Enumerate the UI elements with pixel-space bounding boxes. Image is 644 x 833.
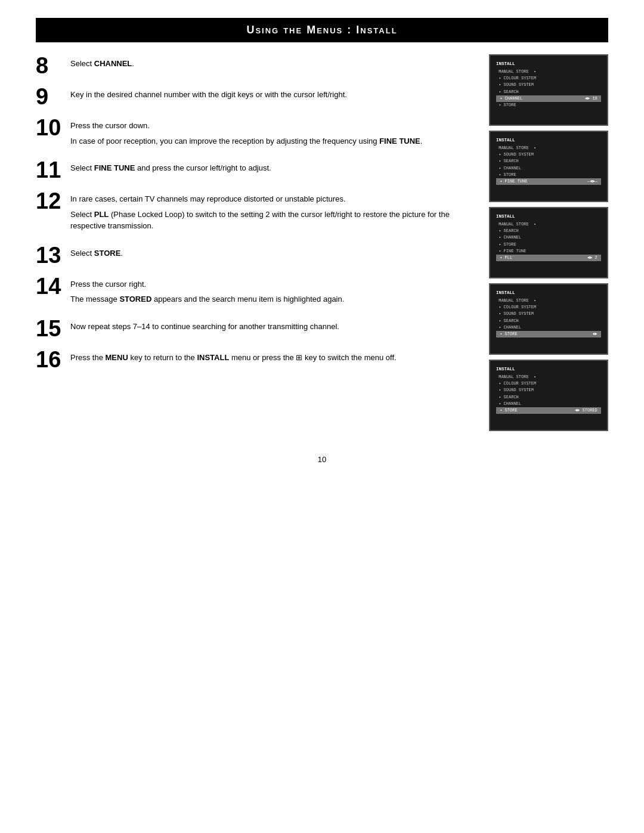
screen1-channel-highlight: • CHANNEL ◄► 18 bbox=[496, 95, 601, 102]
step-content-13: Select STORE. bbox=[70, 244, 471, 263]
tv-screen-2: INSTALL MANUAL STORE • • SOUND SYSTEM • … bbox=[489, 131, 608, 202]
step-number-14: 14 bbox=[36, 275, 66, 298]
step-content-8: Select CHANNEL. bbox=[70, 54, 471, 73]
step-content-16: Press the MENU key to return to the INST… bbox=[70, 348, 471, 367]
screen4-store-highlight: • STORE ◄► bbox=[496, 331, 601, 337]
step-number-13: 13 bbox=[36, 244, 66, 267]
step-14: 14 Press the cursor right. The message S… bbox=[36, 275, 471, 309]
tv-screen-5: INSTALL MANUAL STORE • • COLOUR SYSTEM •… bbox=[489, 360, 608, 431]
content-area: 8 Select CHANNEL. 9 Key in the desired c… bbox=[36, 54, 608, 431]
step-number-8: 8 bbox=[36, 54, 66, 77]
step-content-10: Press the cursor down. In case of poor r… bbox=[70, 116, 471, 150]
step-number-10: 10 bbox=[36, 116, 66, 139]
step-number-11: 11 bbox=[36, 159, 66, 181]
screen3-pll-highlight: • PLL ◄► 2 bbox=[496, 255, 601, 261]
step-content-15: Now repeat steps 7–14 to continue search… bbox=[70, 317, 471, 336]
page-number: 10 bbox=[36, 455, 608, 464]
step-11: 11 Select FINE TUNE and press the cursor… bbox=[36, 159, 471, 181]
step-number-16: 16 bbox=[36, 348, 66, 371]
screen2-finetune-highlight: • FINE TUNE —◄►— bbox=[496, 178, 601, 185]
step-content-12: In rare cases, certain TV channels may r… bbox=[70, 190, 471, 236]
screen5-stored-highlight: • STORE ◄► STORED bbox=[496, 407, 601, 414]
step-number-12: 12 bbox=[36, 190, 66, 212]
step-12: 12 In rare cases, certain TV channels ma… bbox=[36, 190, 471, 236]
step-8: 8 Select CHANNEL. bbox=[36, 54, 471, 77]
tv-screen-3: INSTALL MANUAL STORE • • SEARCH • CHANNE… bbox=[489, 207, 608, 278]
step-content-9: Key in the desired channel number with t… bbox=[70, 85, 471, 104]
step-content-14: Press the cursor right. The message STOR… bbox=[70, 275, 471, 309]
step-15: 15 Now repeat steps 7–14 to continue sea… bbox=[36, 317, 471, 340]
step-number-15: 15 bbox=[36, 317, 66, 340]
step-9: 9 Key in the desired channel number with… bbox=[36, 85, 471, 108]
page-wrapper: Using the Menus : Install 8 Select CHANN… bbox=[0, 0, 644, 833]
tv-screen-4: INSTALL MANUAL STORE • • COLOUR SYSTEM •… bbox=[489, 283, 608, 355]
step-13: 13 Select STORE. bbox=[36, 244, 471, 267]
step-16: 16 Press the MENU key to return to the I… bbox=[36, 348, 471, 371]
step-number-9: 9 bbox=[36, 85, 66, 108]
tv-screen-1: INSTALL MANUAL STORE • • COLOUR SYSTEM •… bbox=[489, 54, 608, 126]
page-title: Using the Menus : Install bbox=[36, 18, 608, 42]
screens-column: INSTALL MANUAL STORE • • COLOUR SYSTEM •… bbox=[489, 54, 608, 431]
instructions-column: 8 Select CHANNEL. 9 Key in the desired c… bbox=[36, 54, 477, 431]
step-content-11: Select FINE TUNE and press the cursor le… bbox=[70, 159, 471, 178]
step-10: 10 Press the cursor down. In case of poo… bbox=[36, 116, 471, 150]
